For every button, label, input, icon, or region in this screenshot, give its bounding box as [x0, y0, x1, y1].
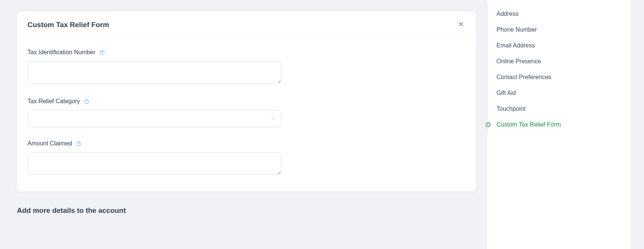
- close-button[interactable]: [457, 20, 466, 30]
- sidebar-item[interactable]: Online Presence: [488, 53, 630, 69]
- field-label: Tax Identification Number: [27, 49, 96, 56]
- sidebar-item-label: Touchpoint: [496, 105, 525, 112]
- field-label-row: Tax Relief Category: [27, 98, 466, 105]
- sidebar-item-label: Custom Tax Relief Form: [496, 121, 561, 128]
- svg-point-1: [102, 53, 102, 54]
- field-amount-claimed: Amount Claimed: [27, 140, 466, 176]
- page-layout: Custom Tax Relief Form Tax Identificatio…: [0, 0, 644, 249]
- svg-point-3: [87, 102, 87, 103]
- help-icon[interactable]: [76, 141, 82, 147]
- sidebar-item[interactable]: Contact Preferences: [488, 69, 630, 85]
- sidebar-item[interactable]: Phone Number: [488, 22, 630, 38]
- form-card: Custom Tax Relief Form Tax Identificatio…: [17, 11, 476, 191]
- sidebar-item-label: Phone Number: [496, 26, 537, 33]
- anchor-nav: AddressPhone NumberEmail AddressOnline P…: [487, 4, 630, 135]
- main-column: Custom Tax Relief Form Tax Identificatio…: [6, 0, 487, 249]
- field-tax-relief-category: Tax Relief Category: [27, 98, 466, 127]
- card-header: Custom Tax Relief Form: [17, 11, 476, 38]
- sidebar-item[interactable]: Custom Tax Relief Form: [488, 117, 630, 133]
- sidebar-item[interactable]: Gift Aid: [488, 85, 630, 101]
- sidebar-column: AddressPhone NumberEmail AddressOnline P…: [487, 0, 630, 249]
- tax-relief-category-select[interactable]: [27, 110, 281, 127]
- sidebar-item-label: Email Address: [496, 42, 535, 49]
- help-icon[interactable]: [99, 49, 105, 55]
- help-icon[interactable]: [84, 98, 90, 104]
- section-heading: Add more details to the account: [17, 206, 476, 215]
- card-body: Tax Identification Number Tax Relief Cat…: [17, 38, 476, 191]
- select-wrapper: [27, 110, 281, 127]
- field-label: Tax Relief Category: [27, 98, 80, 105]
- card-title: Custom Tax Relief Form: [27, 21, 109, 29]
- svg-point-5: [79, 145, 79, 145]
- close-icon: [458, 21, 464, 28]
- tax-id-number-input[interactable]: [27, 61, 281, 84]
- sidebar-item-label: Contact Preferences: [496, 74, 551, 81]
- field-label: Amount Claimed: [27, 140, 72, 147]
- field-label-row: Amount Claimed: [27, 140, 466, 147]
- sidebar-item-label: Online Presence: [496, 58, 541, 65]
- sidebar-item[interactable]: Touchpoint: [488, 101, 630, 117]
- sidebar-item[interactable]: Address: [488, 6, 630, 22]
- sidebar-item[interactable]: Email Address: [488, 38, 630, 53]
- field-tax-id-number: Tax Identification Number: [27, 49, 466, 85]
- field-label-row: Tax Identification Number: [27, 49, 466, 56]
- sidebar-item-label: Gift Aid: [496, 90, 516, 96]
- amount-claimed-input[interactable]: [27, 152, 281, 175]
- sidebar-item-label: Address: [496, 11, 519, 17]
